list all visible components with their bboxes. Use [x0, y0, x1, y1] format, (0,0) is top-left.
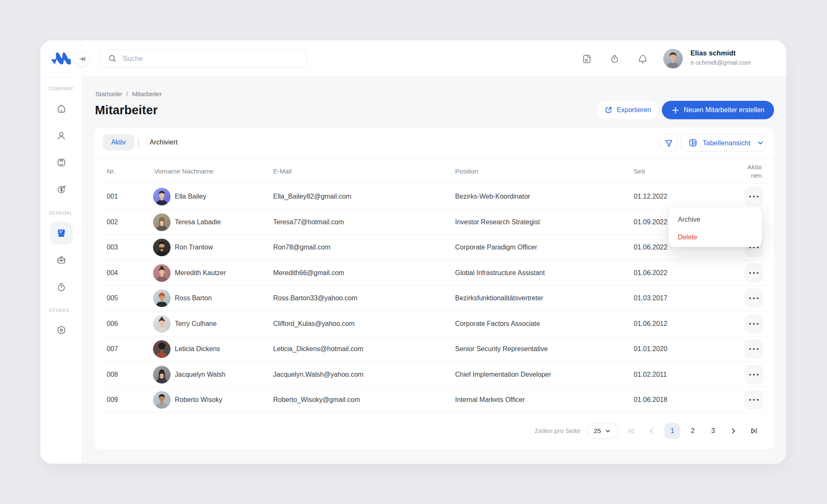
cell-position: Senior Security Representative	[455, 345, 548, 353]
cell-email: Teresa77@hotmail.com	[273, 218, 344, 226]
sidebar: COMPANY GENERAL	[40, 40, 82, 464]
employee-avatar	[153, 213, 171, 231]
cell-nr: 008	[107, 371, 118, 378]
cell-name: Ella Bailey	[175, 193, 206, 200]
reports-button[interactable]	[580, 52, 593, 66]
stopwatch-icon	[56, 282, 66, 292]
breadcrumb-home[interactable]: Startseite	[95, 90, 122, 97]
cell-position: Investor Research Strategist	[455, 218, 540, 226]
search-input[interactable]	[123, 55, 299, 63]
cell-name: Ross Barton	[175, 294, 212, 302]
context-menu-item-archive[interactable]: Archive	[669, 211, 762, 228]
cell-name: Roberto Wisoky	[175, 396, 222, 404]
cell-name: Jacquelyn Walsh	[175, 371, 225, 378]
row-actions-button[interactable]	[744, 289, 764, 308]
time-tracking-button[interactable]	[608, 52, 621, 66]
breadcrumb-current[interactable]: Mitarbeiter	[132, 90, 162, 97]
sidebar-item-money-return[interactable]	[50, 178, 73, 201]
table-row[interactable]: 006 Terry Culhane Clifford_Kulas@yahoo.c…	[95, 311, 774, 337]
column-header-email[interactable]: E-Mail	[273, 168, 292, 175]
sidebar-section-general: GENERAL	[49, 210, 82, 215]
table-row[interactable]: 008 Jacquelyn Walsh Jacquelyn.Walsh@yaho…	[95, 362, 774, 388]
first-page-button[interactable]	[623, 423, 639, 439]
last-page-button[interactable]	[746, 423, 762, 439]
export-button[interactable]: Exportieren	[596, 101, 659, 119]
cell-name: Leticia Dickens	[175, 345, 220, 353]
previous-page-button[interactable]	[644, 423, 660, 439]
page-button-2[interactable]: 2	[685, 423, 701, 439]
search-icon	[108, 54, 117, 63]
cell-nr: 004	[107, 269, 118, 277]
table-row[interactable]: 004 Meredith Kautzer Meredith66@gmail.co…	[95, 260, 774, 286]
cell-nr: 002	[107, 218, 118, 226]
cell-name: Meredith Kautzer	[175, 269, 226, 277]
column-header-name[interactable]: Vorname Nachname	[154, 168, 213, 175]
page-button-1[interactable]: 1	[664, 423, 680, 439]
cell-seit: 01.06.2018	[634, 396, 667, 404]
collapse-sidebar-button[interactable]	[75, 51, 90, 66]
cell-nr: 007	[107, 345, 118, 353]
chevron-down-icon	[756, 139, 764, 147]
tabs-row: Aktiv Archiviert Tabellenansicht	[95, 128, 774, 159]
employee-avatar	[153, 188, 171, 205]
sidebar-divider	[47, 77, 75, 78]
funnel-icon	[664, 139, 673, 147]
table-row[interactable]: 005 Ross Barton Ross.Barton33@yahoo.com …	[95, 286, 774, 311]
page-button-3[interactable]: 3	[705, 423, 721, 439]
settings-nut-icon	[56, 325, 66, 335]
column-header-position[interactable]: Position	[455, 168, 478, 175]
sidebar-section-company: COMPANY	[49, 86, 82, 91]
next-page-button[interactable]	[725, 423, 741, 439]
cell-position: Corporate Paradigm Officer	[455, 244, 537, 251]
cell-position: Corporate Factors Associate	[455, 320, 540, 328]
tab-aktiv[interactable]: Aktiv	[103, 134, 134, 150]
cell-position: Bezirksfunktionalitätsvertreter	[455, 294, 543, 302]
user-avatar[interactable]	[663, 49, 683, 68]
row-actions-button[interactable]	[744, 263, 764, 283]
employee-avatar	[153, 315, 171, 333]
table-view-dropdown[interactable]: Tabellenansicht	[681, 134, 766, 152]
row-actions-button[interactable]	[744, 365, 764, 384]
cell-nr: 009	[107, 396, 118, 404]
filter-button[interactable]	[660, 134, 677, 152]
column-header-nr[interactable]: Nr.	[107, 168, 115, 175]
table-row[interactable]: 007 Leticia Dickens Leticia_Dickens@hotm…	[95, 336, 774, 362]
employee-avatar	[153, 366, 171, 383]
row-actions-button[interactable]	[744, 187, 764, 206]
cell-position: Internal Markets Officer	[455, 396, 525, 404]
create-employee-button[interactable]: Neuen Mitarbeiter erstellen	[662, 101, 774, 119]
sidebar-item-home[interactable]	[50, 97, 73, 120]
cell-nr: 001	[107, 193, 118, 200]
sidebar-item-employees-book[interactable]	[50, 222, 73, 244]
row-actions-button[interactable]	[744, 314, 764, 333]
cell-seit: 01.09.2022	[634, 218, 667, 226]
rows-per-page-select[interactable]: 25	[587, 423, 619, 439]
sidebar-item-stopwatch[interactable]	[50, 276, 73, 299]
notifications-button[interactable]	[636, 52, 649, 66]
column-header-actions: Aktionen	[745, 163, 762, 180]
cell-email: Roberto_Wisoky@gmail.com	[273, 396, 360, 404]
cell-seit: 01.12.2022	[634, 193, 667, 200]
pagination: Zeilen pro Seite 25 123	[95, 413, 774, 450]
cell-email: Ella_Bailey82@gmail.com	[273, 193, 351, 200]
context-menu-item-delete[interactable]: Delete	[669, 228, 762, 246]
sidebar-item-saved-box[interactable]	[50, 151, 73, 174]
row-actions-button[interactable]	[744, 390, 764, 410]
briefcase-icon	[56, 255, 66, 265]
table-row[interactable]: 001 Ella Bailey Ella_Bailey82@gmail.com …	[95, 184, 774, 210]
sidebar-item-settings-nut[interactable]	[50, 319, 73, 341]
cell-name: Teresa Labadie	[175, 218, 221, 226]
user-meta: Elias schmidt e-schmidt@gmail.com	[690, 49, 751, 66]
tab-archiviert[interactable]: Archiviert	[150, 139, 178, 146]
table-row[interactable]: 009 Roberto Wisoky Roberto_Wisoky@gmail.…	[95, 387, 774, 413]
sidebar-item-user[interactable]	[50, 124, 73, 147]
sidebar-item-briefcase[interactable]	[50, 249, 73, 271]
brand-m-logo-icon[interactable]	[51, 52, 71, 65]
search-box	[99, 50, 307, 68]
row-actions-button[interactable]	[744, 339, 764, 359]
page-title: Mitarbeiter	[95, 103, 158, 117]
first-page-icon	[627, 427, 635, 435]
cell-nr: 006	[107, 320, 118, 328]
column-header-seit[interactable]: Seit	[634, 168, 645, 175]
cell-email: Leticia_Dickens@hotmail.com	[273, 345, 363, 353]
